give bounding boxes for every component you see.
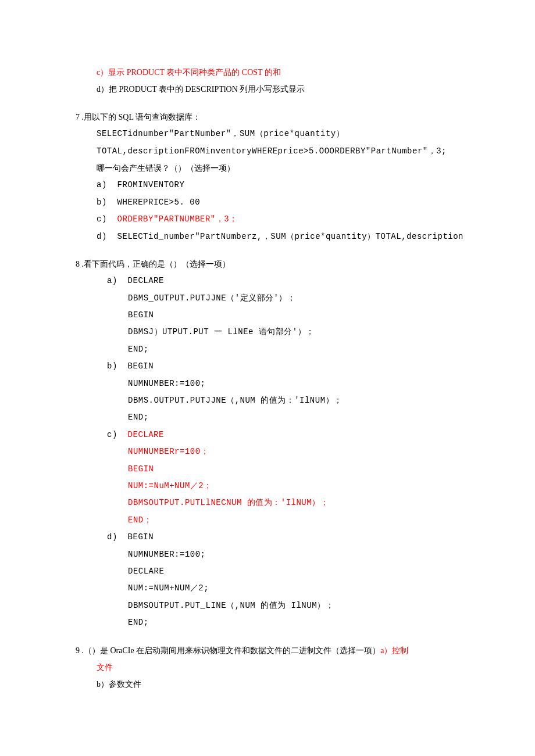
code-line: END; [76,409,465,426]
option-9a: a）控制 [380,646,408,655]
code-line: BEGIN [76,461,465,478]
question-8-stem: 8 .看下面代码，正确的是（）（选择一项） [76,256,465,273]
code-line: TOTAL,descriptionFROMinventoryWHEREprice… [76,143,465,160]
option-7c: c) ORDERBY"PARTNUMBER"，3； [76,211,465,228]
code-line: END; [76,341,465,358]
question-prompt: 哪一句会产生错误？（）（选择一项） [76,160,465,177]
question-number: 7 [76,109,82,126]
document-page: c）显示 PRODUCT 表中不同种类产品的 COST 的和 d）把 PRODU… [0,0,535,756]
code-line: END; [76,614,465,631]
option-8d-label: d) BEGIN [76,529,465,546]
stem-text: .用以下的 SQL 语句查询数据库： [82,113,201,121]
option-7a: a) FROMINVENTORY [76,177,465,194]
option-8b-label: b) BEGIN [76,358,465,375]
code-line: DBMS_OUTPUT.PUTJJNE（'定义部分'）； [76,290,465,307]
option-8c-label: c) DECLARE [76,427,465,443]
code-line: NUMNUMBER:=100; [76,546,465,563]
question-9-stem: 9 .（）是 OraCIe 在启动期间用来标识物理文件和数据文件的二进制文件（选… [76,642,465,659]
code-line: DBMSOUTPUT.PUT_LINE（,NUM 的值为 IlNUM）； [76,597,465,614]
option-8a-label: a) DECLARE [76,273,465,289]
question-number: 9 [76,642,82,659]
option-9b: b）参数文件 [76,676,465,693]
option-9a-cont: 文件 [76,659,465,676]
code-line: DECLARE [76,563,465,580]
code-line: NUM:=NUM+NUM／2; [76,580,465,597]
question-6-options: c）显示 PRODUCT 表中不同种类产品的 COST 的和 d）把 PRODU… [76,64,465,98]
code-line: SELECTidnumber"PartNumber"，SUM（price*qua… [76,126,465,142]
question-7-stem: 7 .用以下的 SQL 语句查询数据库： [76,109,465,126]
question-9: 9 .（）是 OraCIe 在启动期间用来标识物理文件和数据文件的二进制文件（选… [76,642,465,693]
code-line: NUM:=NuM+NUM／2； [76,478,465,495]
code-line: DBMSOUTPUT.PUTLlNECNUM 的值为：'IlNUM）； [76,495,465,511]
option-7b: b) WHEREPRICE>5. 00 [76,194,465,211]
stem-text: .看下面代码，正确的是（）（选择一项） [82,260,231,268]
question-8: 8 .看下面代码，正确的是（）（选择一项） a) DECLARE DBMS_OU… [76,256,465,632]
code-line: NUMNUMBERr=100； [76,443,465,460]
opt-text: ORDERBY"PARTNUMBER"，3； [117,214,238,224]
code-line: END； [76,512,465,529]
opt-text: DECLARE [128,430,164,439]
code-line: DBMS.OUTPUT.PUTJJNE（,NUM 的值为：'IlNUM）； [76,392,465,409]
opt-label: c) [107,430,128,439]
opt-label: c) [97,214,117,224]
code-line: NUMNUMBER:=100; [76,375,465,392]
question-7: 7 .用以下的 SQL 语句查询数据库： SELECTidnumber"Part… [76,109,465,245]
option-6d: d）把 PRODUCT 表中的 DESCRIPTlON 列用小写形式显示 [76,81,465,98]
question-number: 8 [76,256,82,273]
option-7d: d) SELECTid_number"PartNumberz,，SUM（pric… [76,228,465,245]
option-6c: c）显示 PRODUCT 表中不同种类产品的 COST 的和 [76,64,465,81]
stem-text: .（）是 OraCIe 在启动期间用来标识物理文件和数据文件的二进制文件（选择一… [82,646,381,655]
code-line: DBMSJ）UTPUT.PUT 一 LlNEe 语句部分'）； [76,324,465,341]
code-line: BEGIN [76,307,465,324]
